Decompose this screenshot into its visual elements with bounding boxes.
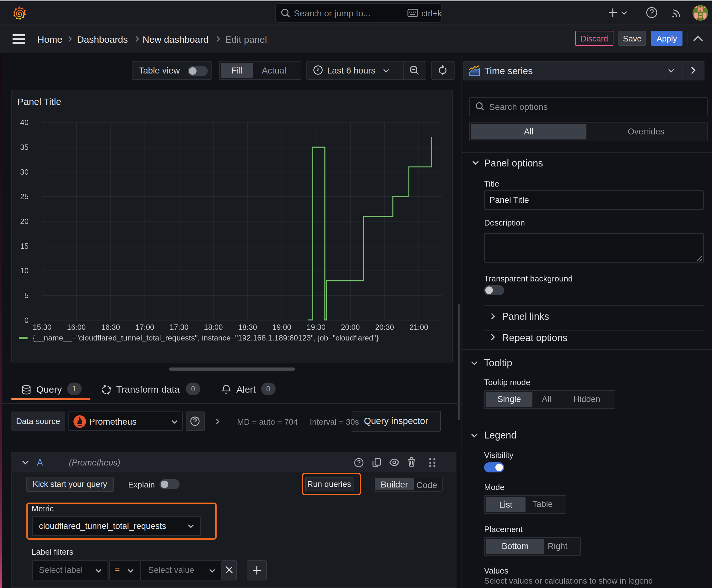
svg-text:21:00: 21:00 [409, 323, 428, 331]
svg-text:16:00: 16:00 [67, 323, 86, 331]
svg-text:15: 15 [20, 241, 28, 250]
svg-text:15:30: 15:30 [33, 323, 51, 331]
svg-text:40: 40 [20, 118, 28, 127]
svg-text:5: 5 [24, 291, 28, 300]
svg-text:17:30: 17:30 [170, 323, 188, 331]
svg-text:20: 20 [20, 217, 28, 226]
svg-text:20:30: 20:30 [375, 323, 394, 331]
svg-text:30: 30 [20, 167, 28, 176]
svg-text:16:30: 16:30 [101, 323, 120, 331]
svg-text:18:30: 18:30 [238, 323, 257, 331]
svg-text:35: 35 [20, 143, 28, 151]
svg-text:19:00: 19:00 [272, 323, 291, 331]
svg-text:10: 10 [20, 266, 28, 275]
svg-text:0: 0 [24, 316, 28, 324]
svg-text:19:30: 19:30 [307, 323, 326, 331]
svg-text:17:00: 17:00 [135, 323, 154, 331]
svg-text:18:00: 18:00 [204, 323, 222, 331]
svg-text:20:00: 20:00 [341, 323, 360, 331]
svg-text:25: 25 [20, 192, 28, 201]
